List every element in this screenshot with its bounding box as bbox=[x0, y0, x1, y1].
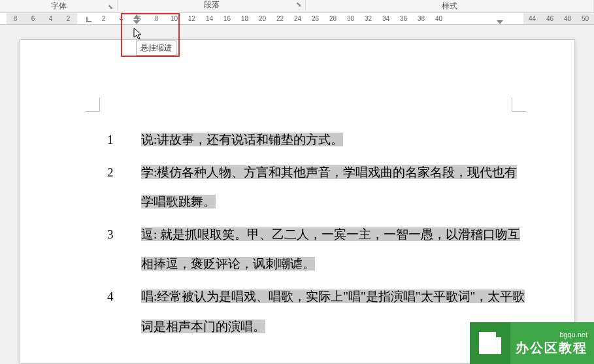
document-body[interactable]: 1 说:讲故事，还有说话和铺垫的方式。 2 学:模仿各种人物、方言和其他声音，学… bbox=[95, 125, 527, 344]
page-margin-corner-icon bbox=[512, 97, 526, 112]
ruler-tick: 8 bbox=[7, 15, 24, 22]
ruler-tick: 22 bbox=[271, 15, 289, 22]
horizontal-ruler[interactable]: 8 6 4 2 2 4 6 8 10 12 14 16 18 20 22 24 … bbox=[0, 13, 594, 25]
ruler-tick: 6 bbox=[24, 15, 42, 22]
list-item[interactable]: 1 说:讲故事，还有说话和铺垫的方式。 bbox=[95, 125, 527, 155]
ruler-tick: 10 bbox=[165, 15, 183, 22]
ruler-tick: 2 bbox=[59, 15, 77, 22]
list-item[interactable]: 4 唱:经常被认为是唱戏、唱歌，实际上"唱"是指演唱"太平歌词"，太平歌词是相声… bbox=[95, 282, 527, 341]
ribbon-group-labels: 字体 ⬊ 段落 ⬊ 样式 bbox=[0, 0, 594, 13]
paragraph-text[interactable]: 逗: 就是抓哏取笑。甲、乙二人，一宾一主，一智一愚，以滑稽口吻互相捧逗，褒贬评论… bbox=[141, 220, 527, 279]
watermark-title: 办公区教程 bbox=[516, 339, 587, 356]
watermark-badge: bgqu.net 办公区教程 bbox=[470, 322, 594, 364]
page-margin-corner-icon bbox=[86, 97, 100, 112]
paragraph-text[interactable]: 唱:经常被认为是唱戏、唱歌，实际上"唱"是指演唱"太平歌词"，太平歌词是相声本门… bbox=[141, 282, 527, 341]
ruler-tick: 44 bbox=[523, 15, 541, 22]
left-indent-marker-icon[interactable] bbox=[133, 20, 140, 24]
paragraph-dialog-launcher-icon[interactable]: ⬊ bbox=[295, 1, 303, 8]
list-number: 2 bbox=[95, 157, 141, 217]
list-item[interactable]: 2 学:模仿各种人物、方言和其他声音，学唱戏曲的名家名段，现代也有学唱歌跳舞。 bbox=[95, 157, 527, 217]
ribbon-paragraph-label: 段落 bbox=[204, 0, 220, 10]
ruler-tick: 24 bbox=[289, 15, 306, 22]
ribbon-group-paragraph: 段落 ⬊ bbox=[118, 0, 306, 10]
ruler-tick: 48 bbox=[559, 15, 576, 22]
ruler-left-margin: 8 6 4 2 bbox=[7, 13, 77, 24]
ruler-tick: 18 bbox=[236, 15, 254, 22]
ruler-tick: 4 bbox=[112, 15, 130, 22]
tooltip-text: 悬挂缩进 bbox=[140, 43, 172, 52]
ruler-tick: 30 bbox=[342, 15, 359, 22]
hanging-indent-tooltip: 悬挂缩进 bbox=[136, 41, 176, 56]
ribbon-styles-label: 样式 bbox=[442, 1, 457, 12]
ruler-tick: 32 bbox=[359, 15, 377, 22]
ruler-tick: 28 bbox=[324, 15, 342, 22]
ruler-tick: 46 bbox=[541, 15, 559, 22]
document-page[interactable]: 1 说:讲故事，还有说话和铺垫的方式。 2 学:模仿各种人物、方言和其他声音，学… bbox=[20, 39, 575, 364]
ruler-tick: 8 bbox=[148, 15, 165, 22]
list-number: 3 bbox=[95, 220, 141, 279]
watermark-logo-icon bbox=[470, 322, 510, 364]
ribbon-group-font: 字体 ⬊ bbox=[0, 0, 118, 12]
first-line-indent-marker-icon[interactable] bbox=[86, 17, 91, 22]
ruler-tick: 50 bbox=[576, 15, 594, 22]
ruler-right-margin: 44 46 48 50 bbox=[523, 13, 594, 24]
ruler-tick: 4 bbox=[42, 15, 59, 22]
list-item[interactable]: 3 逗: 就是抓哏取笑。甲、乙二人，一宾一主，一智一愚，以滑稽口吻互相捧逗，褒贬… bbox=[95, 220, 527, 279]
font-dialog-launcher-icon[interactable]: ⬊ bbox=[107, 3, 114, 11]
list-number: 4 bbox=[95, 282, 141, 341]
ruler-tick: 14 bbox=[201, 15, 218, 22]
paragraph-text[interactable]: 说:讲故事，还有说话和铺垫的方式。 bbox=[141, 125, 527, 155]
hanging-indent-marker-icon[interactable] bbox=[133, 14, 140, 19]
ribbon-font-label: 字体 bbox=[51, 1, 67, 12]
ruler-tick: 26 bbox=[306, 15, 324, 22]
ribbon-group-styles: 样式 bbox=[306, 0, 594, 12]
list-number: 1 bbox=[95, 125, 141, 155]
right-indent-marker-icon[interactable] bbox=[497, 20, 503, 24]
ruler-tick: 38 bbox=[412, 15, 430, 22]
ruler-tick: 40 bbox=[430, 15, 448, 22]
ruler-tick: 34 bbox=[377, 15, 395, 22]
ruler-tick: 20 bbox=[254, 15, 271, 22]
paragraph-text[interactable]: 学:模仿各种人物、方言和其他声音，学唱戏曲的名家名段，现代也有学唱歌跳舞。 bbox=[141, 157, 527, 217]
ruler-tick: 16 bbox=[218, 15, 236, 22]
watermark-url: bgqu.net bbox=[516, 330, 587, 339]
ruler-tick: 2 bbox=[95, 15, 112, 22]
ruler-tick: 12 bbox=[183, 15, 201, 22]
ruler-tick: 36 bbox=[395, 15, 412, 22]
